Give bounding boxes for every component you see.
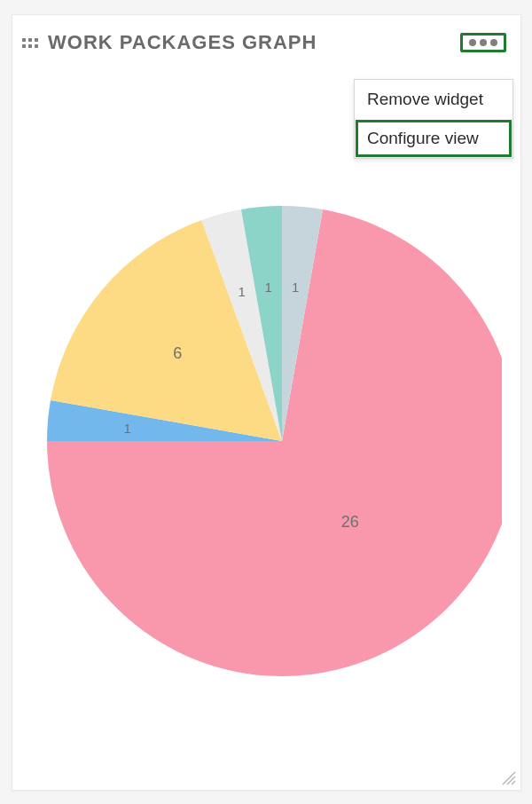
widget-title: WORK PACKAGES GRAPH bbox=[48, 31, 317, 54]
resize-handle-icon[interactable] bbox=[499, 769, 517, 786]
dot-icon bbox=[480, 39, 487, 46]
drag-handle-icon[interactable] bbox=[21, 37, 39, 49]
widget-header: WORK PACKAGES GRAPH bbox=[12, 15, 520, 63]
pie-slice-label: 1 bbox=[123, 421, 130, 436]
pie-slice-label: 6 bbox=[173, 344, 182, 362]
widget-menu-button-highlight bbox=[460, 33, 506, 52]
work-packages-graph-widget: WORK PACKAGES GRAPH Remove widget Config… bbox=[12, 14, 521, 791]
more-options-button[interactable] bbox=[469, 39, 497, 46]
pie-slice-label: 1 bbox=[292, 280, 299, 295]
pie-slice-label: 1 bbox=[238, 284, 245, 299]
widget-options-dropdown: Remove widget Configure view bbox=[354, 79, 513, 159]
svg-line-1 bbox=[507, 776, 515, 784]
remove-widget-menu-item[interactable]: Remove widget bbox=[355, 80, 512, 119]
configure-view-menu-item[interactable]: Configure view bbox=[355, 119, 512, 158]
pie-chart: 2616111 bbox=[12, 193, 520, 690]
dot-icon bbox=[469, 39, 476, 46]
svg-line-2 bbox=[512, 781, 515, 784]
pie-slice-label: 26 bbox=[340, 513, 358, 531]
pie-slice-label: 1 bbox=[264, 280, 271, 295]
dot-icon bbox=[490, 39, 497, 46]
